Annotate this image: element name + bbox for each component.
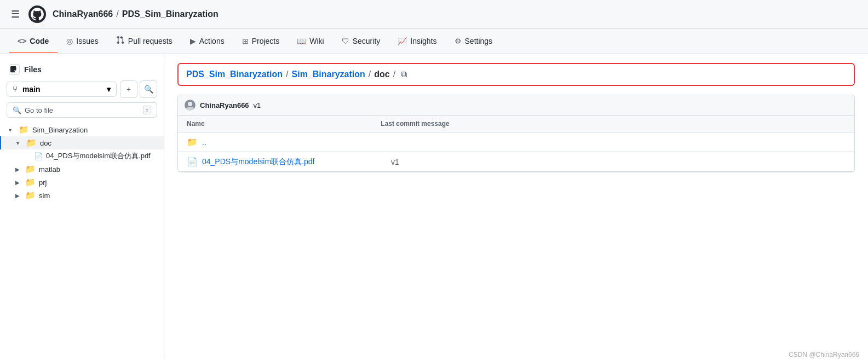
main-layout: Files ⑂ main ▾ + 🔍 🔍 Go to file t ▾ 📁 bbox=[0, 54, 868, 358]
chevron-right-icon: ▶ bbox=[15, 180, 22, 186]
file-icon: 📄 bbox=[34, 152, 43, 160]
chevron-right-icon: ▶ bbox=[15, 193, 22, 199]
tree-item-label: Sim_Binaryzation bbox=[32, 126, 88, 134]
tree-item-matlab[interactable]: ▶ 📁 matlab bbox=[0, 163, 164, 176]
code-icon: <> bbox=[18, 37, 26, 45]
path-sep: / bbox=[369, 70, 371, 79]
folder-icon: 📁 bbox=[19, 125, 29, 135]
tab-wiki-label: Wiki bbox=[309, 37, 324, 45]
branch-actions: + 🔍 bbox=[120, 80, 157, 98]
chevron-down-icon: ▾ bbox=[9, 127, 15, 133]
add-branch-button[interactable]: + bbox=[120, 80, 137, 98]
nav-tabs: <> Code ◎ Issues Pull requests ▶ Actions… bbox=[0, 29, 868, 54]
tab-insights-label: Insights bbox=[410, 37, 436, 45]
chevron-right-icon: ▶ bbox=[15, 166, 22, 172]
tree-item-label: sim bbox=[39, 192, 50, 200]
folder-icon: 📁 bbox=[25, 177, 36, 187]
path-sep: / bbox=[286, 70, 288, 79]
branch-selector: ⑂ main ▾ + 🔍 bbox=[7, 80, 157, 98]
tab-settings[interactable]: ⚙ Settings bbox=[446, 30, 502, 53]
github-logo bbox=[28, 5, 46, 23]
topbar: ☰ ChinaRyan666 / PDS_Sim_Binaryzation bbox=[0, 0, 868, 29]
tab-issues[interactable]: ◎ Issues bbox=[58, 30, 107, 53]
tab-wiki[interactable]: 📖 Wiki bbox=[288, 30, 332, 53]
content-area: PDS_Sim_Binaryzation / Sim_Binaryzation … bbox=[164, 54, 868, 358]
tab-actions-label: Actions bbox=[199, 37, 225, 45]
tree-item-doc[interactable]: ▾ 📁 doc bbox=[0, 136, 164, 149]
file-row-name[interactable]: 04_PDS与modelsim联合仿真.pdf bbox=[202, 157, 391, 167]
projects-icon: ⊞ bbox=[242, 37, 249, 45]
tab-settings-label: Settings bbox=[465, 37, 493, 45]
tab-security[interactable]: 🛡 Security bbox=[333, 30, 389, 53]
tree-item-prj[interactable]: ▶ 📁 prj bbox=[0, 176, 164, 189]
col-date-header bbox=[769, 120, 846, 128]
file-table: Name Last commit message 📁 .. 📄 04_PDS与m… bbox=[177, 115, 855, 172]
tab-code[interactable]: <> Code bbox=[9, 30, 58, 53]
chevron-down-icon: ▾ bbox=[16, 140, 23, 146]
folder-icon: 📁 bbox=[25, 190, 36, 200]
hamburger-button[interactable]: ☰ bbox=[9, 6, 22, 22]
issues-icon: ◎ bbox=[66, 37, 73, 45]
insights-icon: 📈 bbox=[398, 37, 407, 45]
tab-code-label: Code bbox=[30, 37, 49, 45]
search-icon: 🔍 bbox=[13, 106, 21, 114]
tree-item-label: doc bbox=[40, 139, 51, 147]
commit-message: v1 bbox=[254, 101, 261, 109]
search-files-button[interactable]: 🔍 bbox=[140, 80, 157, 98]
tree-item-label: 04_PDS与modelsim联合仿真.pdf bbox=[46, 151, 151, 161]
copy-path-button[interactable]: ⧉ bbox=[401, 70, 407, 79]
security-icon: 🛡 bbox=[342, 37, 349, 45]
commit-line: ChinaRyan666 v1 bbox=[177, 95, 855, 115]
file-icon: 📄 bbox=[187, 157, 198, 167]
go-to-file-bar[interactable]: 🔍 Go to file t bbox=[7, 102, 157, 118]
repo-name[interactable]: PDS_Sim_Binaryzation bbox=[122, 9, 219, 19]
repo-owner[interactable]: ChinaRyan666 bbox=[53, 9, 113, 19]
tab-security-label: Security bbox=[353, 37, 381, 45]
tab-pr-label: Pull requests bbox=[128, 37, 173, 45]
tree-item-sim[interactable]: ▶ 📁 sim bbox=[0, 189, 164, 202]
tree-item-sim-binaryzation[interactable]: ▾ 📁 Sim_Binaryzation bbox=[0, 123, 164, 136]
path-breadcrumb: PDS_Sim_Binaryzation / Sim_Binaryzation … bbox=[177, 63, 855, 86]
branch-icon: ⑂ bbox=[13, 85, 17, 94]
tree-item-label: prj bbox=[39, 178, 47, 187]
path-middle-link[interactable]: Sim_Binaryzation bbox=[292, 70, 365, 79]
tab-pull-requests[interactable]: Pull requests bbox=[107, 29, 181, 54]
branch-name: main bbox=[22, 85, 41, 94]
tree-item-label: matlab bbox=[39, 165, 60, 174]
settings-icon: ⚙ bbox=[455, 37, 462, 45]
tab-projects-label: Projects bbox=[252, 37, 280, 45]
file-row-parent[interactable]: 📁 .. bbox=[178, 132, 854, 152]
path-current: doc bbox=[374, 70, 389, 79]
sidebar: Files ⑂ main ▾ + 🔍 🔍 Go to file t ▾ 📁 bbox=[0, 54, 164, 358]
pdf-row-wrapper: 📄 04_PDS与modelsim联合仿真.pdf v1 bbox=[178, 152, 854, 172]
folder-icon: 📁 bbox=[26, 138, 37, 148]
chevron-down-icon: ▾ bbox=[107, 85, 111, 94]
path-root-link[interactable]: PDS_Sim_Binaryzation bbox=[186, 70, 283, 79]
folder-icon: 📁 bbox=[187, 137, 198, 147]
tab-insights[interactable]: 📈 Insights bbox=[389, 30, 445, 53]
sidebar-files-label: Files bbox=[24, 65, 42, 74]
go-to-file-shortcut: t bbox=[143, 106, 151, 114]
tab-projects[interactable]: ⊞ Projects bbox=[233, 30, 289, 53]
commit-author[interactable]: ChinaRyan666 bbox=[200, 101, 249, 109]
path-trailing-sep: / bbox=[393, 70, 395, 79]
tree-item-pdf[interactable]: 📄 04_PDS与modelsim联合仿真.pdf bbox=[0, 149, 164, 163]
wiki-icon: 📖 bbox=[297, 37, 306, 45]
col-message-header: Last commit message bbox=[381, 120, 769, 128]
col-name-header: Name bbox=[187, 120, 381, 128]
avatar bbox=[185, 100, 196, 111]
watermark: CSDN @ChinaRyan666 bbox=[789, 351, 859, 358]
breadcrumb-sep: / bbox=[116, 9, 118, 19]
file-row-pdf[interactable]: 📄 04_PDS与modelsim联合仿真.pdf v1 bbox=[178, 152, 854, 172]
svg-point-2 bbox=[188, 102, 192, 106]
tab-issues-label: Issues bbox=[76, 37, 98, 45]
sidebar-header: Files bbox=[0, 61, 164, 80]
go-to-file-label: Go to file bbox=[25, 106, 53, 114]
branch-dropdown[interactable]: ⑂ main ▾ bbox=[7, 82, 117, 97]
file-row-name[interactable]: .. bbox=[202, 138, 391, 147]
file-row-message: v1 bbox=[391, 158, 769, 166]
folder-icon: 📁 bbox=[25, 164, 36, 174]
tab-actions[interactable]: ▶ Actions bbox=[181, 30, 233, 53]
pr-icon bbox=[116, 36, 125, 46]
actions-icon: ▶ bbox=[190, 37, 196, 45]
